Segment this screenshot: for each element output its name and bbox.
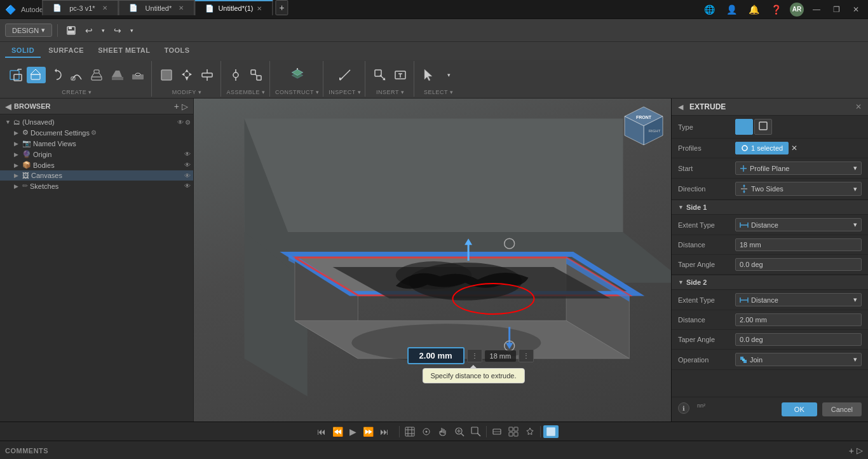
revolve-button[interactable] xyxy=(47,67,66,83)
view-layout-button[interactable] xyxy=(506,425,521,438)
profiles-selected-button[interactable]: 1 selected xyxy=(735,142,789,154)
extrude-button[interactable] xyxy=(27,67,46,83)
browser-item-named-views[interactable]: ▶ 📷 Named Views xyxy=(0,138,193,149)
side1-arrow-icon[interactable]: ▼ xyxy=(678,204,684,210)
zoom-window-button[interactable] xyxy=(468,425,484,438)
info-button[interactable]: ℹ xyxy=(678,402,689,414)
measure-button[interactable] xyxy=(336,67,355,83)
notifications-button[interactable]: 🔔 xyxy=(745,3,763,17)
tab-untitled1[interactable]: 📄 Untitled*(1) ✕ xyxy=(194,0,273,15)
side2-distance-input[interactable]: 2.00 mm xyxy=(735,313,862,326)
insert-svg-button[interactable] xyxy=(391,67,410,83)
step-back-button[interactable]: ⏪ xyxy=(330,425,346,438)
align-button[interactable] xyxy=(198,67,217,83)
env-settings-button[interactable] xyxy=(522,425,538,438)
doc-settings-gear-icon[interactable]: ⚙ xyxy=(91,129,97,136)
comments-add-button[interactable]: + xyxy=(849,446,854,456)
rigid-group-button[interactable] xyxy=(247,67,266,83)
side2-extent-dropdown[interactable]: Distance ▾ xyxy=(735,293,862,306)
design-menu-button[interactable]: DESIGN ▾ xyxy=(5,24,52,37)
skip-end-button[interactable]: ⏭ xyxy=(377,425,391,438)
account-button[interactable]: 👤 xyxy=(723,3,740,17)
rib-button[interactable] xyxy=(108,67,127,83)
hand-tool-button[interactable] xyxy=(435,425,451,438)
help-button[interactable]: ❓ xyxy=(768,3,785,17)
minimize-button[interactable]: — xyxy=(809,4,824,15)
close-button[interactable]: ✕ xyxy=(849,4,863,15)
browser-item-canvases[interactable]: ▶ 🖼 Canvases 👁 xyxy=(0,170,193,181)
select-button[interactable] xyxy=(419,67,438,83)
operation-dropdown[interactable]: Join ▾ xyxy=(735,353,862,366)
sketches-eye-icon[interactable]: 👁 xyxy=(184,182,191,189)
new-component-button[interactable] xyxy=(6,67,25,83)
redo-button[interactable]: ↪ xyxy=(111,24,125,38)
profiles-clear-button[interactable]: ✕ xyxy=(791,144,797,153)
browser-add-button[interactable]: + xyxy=(174,101,179,111)
tab-tools[interactable]: TOOLS xyxy=(158,44,196,58)
new-tab-button[interactable]: + xyxy=(275,0,288,15)
skip-start-button[interactable]: ⏮ xyxy=(315,425,329,438)
tab-sheet-metal[interactable]: SHEET METAL xyxy=(92,44,156,58)
root-gear-icon[interactable]: ⚙ xyxy=(185,119,191,126)
tab-pc3[interactable]: 📄 pc-3 v1* ✕ xyxy=(42,0,118,15)
offset-plane-button[interactable] xyxy=(288,67,307,83)
tab-solid[interactable]: SOLID xyxy=(5,44,41,58)
insert-group: INSERT ▾ xyxy=(367,61,414,97)
move-button[interactable] xyxy=(177,67,196,83)
canvases-eye-icon[interactable]: 👁 xyxy=(184,172,191,179)
extrude-close-icon[interactable]: ✕ xyxy=(855,102,862,111)
tab-surface[interactable]: SURFACE xyxy=(42,44,90,58)
undo-dropdown-button[interactable]: ▾ xyxy=(98,25,108,36)
side1-distance-input[interactable]: 18 mm xyxy=(735,238,862,251)
loft-button[interactable] xyxy=(88,67,107,83)
tab-untitled[interactable]: 📄 Untitled* ✕ xyxy=(118,0,194,15)
hole-button[interactable] xyxy=(128,67,147,83)
distance-input[interactable]: 2.00 mm xyxy=(407,347,465,364)
restore-button[interactable]: ❐ xyxy=(829,4,844,15)
nav-cube[interactable]: FRONT RIGHT xyxy=(621,104,666,150)
side-menu-button[interactable]: ⋮ xyxy=(519,349,534,362)
browser-item-doc-settings[interactable]: ▶ ⚙ Document Settings ⚙ xyxy=(0,127,193,138)
origin-eye-icon[interactable]: 👁 xyxy=(184,151,191,158)
type-solid-button[interactable] xyxy=(735,119,753,135)
fillet-button[interactable] xyxy=(157,67,176,83)
tab-pc3-close[interactable]: ✕ xyxy=(102,4,107,11)
active-view-mode-button[interactable] xyxy=(543,425,559,438)
step-forward-button[interactable]: ⏩ xyxy=(360,425,376,438)
side1-taper-input[interactable]: 0.0 deg xyxy=(735,258,862,271)
tab-untitled-close[interactable]: ✕ xyxy=(179,4,184,11)
save-button[interactable] xyxy=(63,24,79,38)
type-surface-button[interactable] xyxy=(754,119,772,135)
sweep-button[interactable] xyxy=(67,67,86,83)
browser-item-origin[interactable]: ▶ 🔮 Origin 👁 xyxy=(0,149,193,160)
redo-dropdown-button[interactable]: ▾ xyxy=(127,25,137,36)
snap-button[interactable] xyxy=(419,425,434,438)
browser-item-sketches[interactable]: ▶ ✏ Sketches 👁 xyxy=(0,181,193,191)
grid-display-button[interactable] xyxy=(402,425,417,438)
browser-item-bodies[interactable]: ▶ 📦 Bodies 👁 xyxy=(0,160,193,170)
zoom-fit-button[interactable] xyxy=(452,425,467,438)
insert-derive-button[interactable] xyxy=(370,67,390,83)
ok-button[interactable]: OK xyxy=(782,402,817,416)
side2-taper-input[interactable]: 0.0 deg xyxy=(735,333,862,346)
tab-untitled1-close[interactable]: ✕ xyxy=(257,5,262,12)
start-dropdown[interactable]: Profile Plane ▾ xyxy=(735,161,862,175)
root-eye-icon[interactable]: 👁 xyxy=(177,119,184,126)
side2-arrow-icon[interactable]: ▼ xyxy=(678,279,684,285)
select-filter-button[interactable]: ▾ xyxy=(440,71,458,79)
viewport[interactable]: 2.00 mm ⋮ 18 mm ⋮ Specify distance to ex… xyxy=(194,99,671,421)
cancel-button[interactable]: Cancel xyxy=(822,402,862,416)
browser-item-root[interactable]: ▼ 🗂 (Unsaved) 👁 ⚙ xyxy=(0,117,193,127)
browser-back-button[interactable]: ◀ xyxy=(5,102,11,111)
direction-dropdown[interactable]: Two Sides ▾ xyxy=(735,182,862,196)
distance-menu-button[interactable]: ⋮ xyxy=(467,349,482,362)
bodies-eye-icon[interactable]: 👁 xyxy=(184,161,191,168)
help-online-button[interactable]: 🌐 xyxy=(701,3,718,17)
undo-button[interactable]: ↩ xyxy=(82,24,96,38)
comments-collapse-button[interactable]: ▷ xyxy=(857,446,863,456)
browser-collapse-button[interactable]: ▷ xyxy=(182,101,188,111)
joint-button[interactable] xyxy=(226,67,245,83)
play-button[interactable]: ▶ xyxy=(347,425,359,438)
display-mode-button[interactable] xyxy=(489,425,505,438)
side1-extent-dropdown[interactable]: Distance ▾ xyxy=(735,218,862,231)
